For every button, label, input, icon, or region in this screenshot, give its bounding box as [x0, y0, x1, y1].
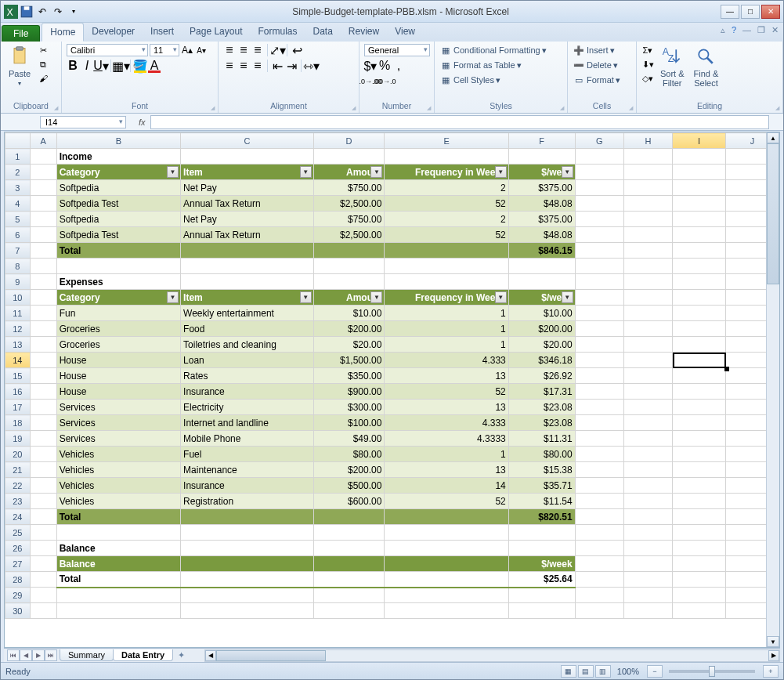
- cell-E23[interactable]: 52: [385, 494, 508, 509]
- cell-H4[interactable]: [623, 196, 672, 212]
- cell-D4[interactable]: $2,500.00: [313, 196, 385, 212]
- cell-A18[interactable]: [30, 415, 56, 431]
- align-right-icon[interactable]: ≡: [251, 60, 264, 72]
- cell-F24[interactable]: $820.51: [508, 509, 575, 525]
- cell-A17[interactable]: [30, 400, 56, 415]
- cell-E7[interactable]: [385, 243, 508, 259]
- cell-H18[interactable]: [623, 415, 672, 431]
- cell-I21[interactable]: [673, 462, 726, 478]
- column-header-H[interactable]: H: [623, 133, 672, 149]
- cell-I29[interactable]: [673, 588, 726, 603]
- cell-E10[interactable]: Frequency in Weeks▼: [385, 290, 508, 306]
- cell-D25[interactable]: [313, 525, 385, 541]
- cell-F15[interactable]: $26.92: [508, 368, 575, 384]
- row-header-14[interactable]: 14: [5, 353, 31, 368]
- cell-E30[interactable]: [385, 603, 508, 619]
- undo-icon[interactable]: ↶: [35, 5, 49, 19]
- cell-I16[interactable]: [673, 384, 726, 400]
- zoom-slider[interactable]: [669, 670, 755, 673]
- redo-icon[interactable]: ↷: [51, 5, 65, 19]
- cell-C10[interactable]: Item▼: [181, 290, 314, 306]
- row-header-29[interactable]: 29: [5, 588, 31, 603]
- row-header-12[interactable]: 12: [5, 321, 31, 337]
- row-header-13[interactable]: 13: [5, 337, 31, 353]
- filter-dropdown-icon[interactable]: ▼: [370, 291, 382, 303]
- cell-I5[interactable]: [673, 212, 726, 227]
- cell-C8[interactable]: [181, 259, 314, 274]
- cell-H20[interactable]: [623, 447, 672, 462]
- cell-B16[interactable]: House: [56, 384, 180, 400]
- cell-D26[interactable]: [313, 541, 385, 556]
- cell-B4[interactable]: Softpedia Test: [56, 196, 180, 212]
- cell-H12[interactable]: [623, 321, 672, 337]
- cell-A19[interactable]: [30, 431, 56, 447]
- cell-B3[interactable]: Softpedia: [56, 180, 180, 196]
- cell-B6[interactable]: Softpedia Test: [56, 227, 180, 243]
- cell-F11[interactable]: $10.00: [508, 306, 575, 321]
- tab-nav-next-icon[interactable]: ▶: [32, 649, 45, 661]
- cell-G11[interactable]: [575, 306, 623, 321]
- cell-G20[interactable]: [575, 447, 623, 462]
- cell-D13[interactable]: $20.00: [313, 337, 385, 353]
- cell-B10[interactable]: Category▼: [56, 290, 180, 306]
- comma-icon[interactable]: ,: [392, 60, 405, 72]
- cell-F23[interactable]: $11.54: [508, 494, 575, 509]
- cell-F3[interactable]: $375.00: [508, 180, 575, 196]
- cell-C4[interactable]: Annual Tax Return: [181, 196, 314, 212]
- align-left-icon[interactable]: ≡: [223, 60, 236, 72]
- ribbon-minimize-icon[interactable]: ▵: [721, 25, 725, 35]
- cell-E20[interactable]: 1: [385, 447, 508, 462]
- row-header-21[interactable]: 21: [5, 462, 31, 478]
- cell-I28[interactable]: [673, 572, 726, 588]
- tab-nav-last-icon[interactable]: ⏭: [45, 649, 57, 661]
- cell-A5[interactable]: [30, 212, 56, 227]
- ribbon-tab-review[interactable]: Review: [341, 23, 387, 42]
- cell-F9[interactable]: [508, 274, 575, 290]
- cell-F12[interactable]: $200.00: [508, 321, 575, 337]
- cell-C2[interactable]: Item▼: [181, 165, 314, 180]
- merge-center-icon[interactable]: ⇿▾: [305, 60, 317, 72]
- number-format-combo[interactable]: General: [364, 44, 430, 56]
- cell-A24[interactable]: [30, 509, 56, 525]
- column-header-B[interactable]: B: [56, 133, 180, 149]
- increase-indent-icon[interactable]: ⇥: [285, 60, 298, 72]
- filter-dropdown-icon[interactable]: ▼: [300, 166, 312, 178]
- cell-C17[interactable]: Electricity: [181, 400, 314, 415]
- cell-G2[interactable]: [575, 165, 623, 180]
- grow-font-icon[interactable]: A▴: [181, 44, 193, 56]
- paste-button[interactable]: Paste ▾: [5, 44, 34, 89]
- row-header-23[interactable]: 23: [5, 494, 31, 509]
- cell-E25[interactable]: [385, 525, 508, 541]
- cell-I15[interactable]: [673, 368, 726, 384]
- cell-F10[interactable]: $/week▼: [508, 290, 575, 306]
- cell-G15[interactable]: [575, 368, 623, 384]
- cell-F1[interactable]: [508, 149, 575, 165]
- row-header-11[interactable]: 11: [5, 306, 31, 321]
- cell-H13[interactable]: [623, 337, 672, 353]
- cell-A26[interactable]: [30, 541, 56, 556]
- cell-D7[interactable]: [313, 243, 385, 259]
- cell-C14[interactable]: Loan: [181, 353, 314, 368]
- cell-H11[interactable]: [623, 306, 672, 321]
- cell-A16[interactable]: [30, 384, 56, 400]
- cell-G21[interactable]: [575, 462, 623, 478]
- cell-I25[interactable]: [673, 525, 726, 541]
- filter-dropdown-icon[interactable]: ▼: [562, 291, 573, 303]
- cell-B12[interactable]: Groceries: [56, 321, 180, 337]
- find-select-button[interactable]: Find & Select: [691, 44, 722, 89]
- cell-E1[interactable]: [385, 149, 508, 165]
- cell-B9[interactable]: Expenses: [56, 274, 180, 290]
- cell-H10[interactable]: [623, 290, 672, 306]
- cell-H29[interactable]: [623, 588, 672, 603]
- cell-D16[interactable]: $900.00: [313, 384, 385, 400]
- vertical-scrollbar[interactable]: ▲ ▼: [766, 132, 779, 647]
- cell-E4[interactable]: 52: [385, 196, 508, 212]
- conditional-formatting-button[interactable]: ▦Conditional Formatting▾: [439, 44, 547, 56]
- cell-H7[interactable]: [623, 243, 672, 259]
- row-header-24[interactable]: 24: [5, 509, 31, 525]
- wrap-text-icon[interactable]: ↩: [291, 44, 303, 56]
- cell-F19[interactable]: $11.31: [508, 431, 575, 447]
- cell-I24[interactable]: [673, 509, 726, 525]
- shrink-font-icon[interactable]: A▾: [195, 44, 208, 56]
- cell-B2[interactable]: Category▼: [56, 165, 180, 180]
